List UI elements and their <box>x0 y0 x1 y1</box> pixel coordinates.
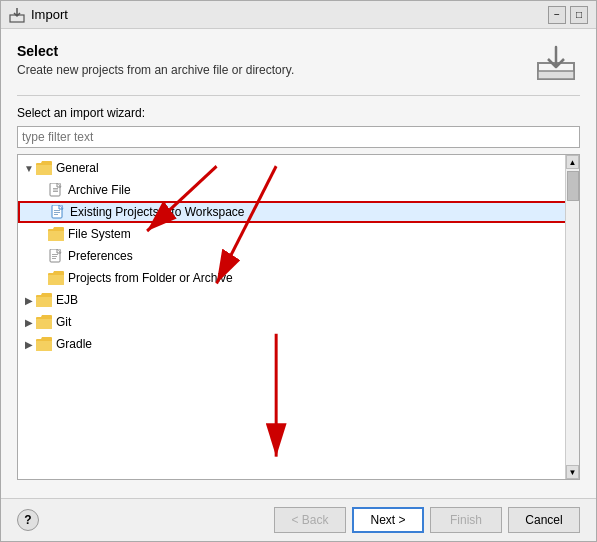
tree-item-projects-folder-label: Projects from Folder or Archive <box>68 271 233 285</box>
wizard-label: Select an import wizard: <box>17 106 580 120</box>
page-title: Select <box>17 43 294 59</box>
import-icon <box>534 45 578 81</box>
svg-rect-10 <box>50 249 60 262</box>
tree-container: ▼ General <box>17 154 580 480</box>
tree-item-preferences-label: Preferences <box>68 249 133 263</box>
finish-button[interactable]: Finish <box>430 507 502 533</box>
folder-general-icon <box>36 160 52 176</box>
header-section: Select Create new projects from an archi… <box>17 43 580 83</box>
svg-rect-12 <box>52 256 57 257</box>
expand-pref-icon <box>34 251 48 262</box>
import-dialog: Import − □ Select Create new projects fr… <box>0 0 597 542</box>
footer: ? < Back Next > Finish Cancel <box>1 499 596 541</box>
tree-item-general[interactable]: ▼ General <box>18 157 579 179</box>
expand-archive-icon <box>34 185 48 196</box>
window-icon <box>9 7 25 23</box>
tree-inner: ▼ General <box>18 155 579 479</box>
scroll-thumb[interactable] <box>567 171 579 201</box>
folder-git-icon <box>36 314 52 330</box>
svg-rect-13 <box>52 258 56 259</box>
expand-existing-icon <box>36 207 50 218</box>
svg-rect-4 <box>53 188 58 190</box>
expand-git-icon[interactable]: ▶ <box>22 317 36 328</box>
filter-input[interactable] <box>17 126 580 148</box>
cancel-button[interactable]: Cancel <box>508 507 580 533</box>
expand-filesystem-icon <box>34 229 48 240</box>
tree-item-projects-folder[interactable]: Projects from Folder or Archive <box>18 267 579 289</box>
page-description: Create new projects from an archive file… <box>17 63 294 77</box>
tree-item-gradle[interactable]: ▶ Gradle <box>18 333 579 355</box>
expand-projects-icon <box>34 273 48 284</box>
header-divider <box>17 95 580 96</box>
file-archive-icon <box>48 182 64 198</box>
title-bar-controls: − □ <box>548 6 588 24</box>
scroll-up-arrow[interactable]: ▲ <box>566 155 579 169</box>
import-icon-area <box>532 43 580 83</box>
window-title: Import <box>31 7 68 22</box>
tree-item-filesystem-label: File System <box>68 227 131 241</box>
back-button[interactable]: < Back <box>274 507 346 533</box>
help-button[interactable]: ? <box>17 509 39 531</box>
folder-ejb-icon <box>36 292 52 308</box>
tree-item-archive-label: Archive File <box>68 183 131 197</box>
tree-item-archive-file[interactable]: Archive File <box>18 179 579 201</box>
tree-item-file-system[interactable]: File System <box>18 223 579 245</box>
title-bar-left: Import <box>9 7 68 23</box>
window-content: Select Create new projects from an archi… <box>1 29 596 541</box>
file-pref-icon <box>48 248 64 264</box>
svg-rect-5 <box>53 191 58 193</box>
svg-rect-6 <box>52 205 62 218</box>
svg-rect-11 <box>52 254 58 255</box>
folder-filesystem-icon <box>48 226 64 242</box>
svg-rect-2 <box>538 71 574 79</box>
next-button[interactable]: Next > <box>352 507 424 533</box>
svg-rect-9 <box>54 214 58 215</box>
expand-general-icon[interactable]: ▼ <box>22 163 36 174</box>
expand-ejb-icon[interactable]: ▶ <box>22 295 36 306</box>
scroll-down-arrow[interactable]: ▼ <box>566 465 579 479</box>
svg-rect-8 <box>54 212 60 213</box>
tree-item-ejb[interactable]: ▶ EJB <box>18 289 579 311</box>
footer-buttons: < Back Next > Finish Cancel <box>274 507 580 533</box>
tree-scrollbar[interactable]: ▲ ▼ <box>565 155 579 479</box>
maximize-button[interactable]: □ <box>570 6 588 24</box>
tree-item-general-label: General <box>56 161 99 175</box>
tree-item-existing-label: Existing Projects into Workspace <box>70 205 245 219</box>
folder-gradle-icon <box>36 336 52 352</box>
footer-left: ? <box>17 509 39 531</box>
header-text: Select Create new projects from an archi… <box>17 43 294 77</box>
tree-item-existing-projects[interactable]: Existing Projects into Workspace <box>18 201 579 223</box>
folder-projects-icon <box>48 270 64 286</box>
title-bar: Import − □ <box>1 1 596 29</box>
tree-item-git-label: Git <box>56 315 71 329</box>
tree-item-gradle-label: Gradle <box>56 337 92 351</box>
tree-item-git[interactable]: ▶ Git <box>18 311 579 333</box>
content-area: Select Create new projects from an archi… <box>1 29 596 490</box>
svg-rect-7 <box>54 210 60 211</box>
file-existing-icon <box>50 204 66 220</box>
expand-gradle-icon[interactable]: ▶ <box>22 339 36 350</box>
tree-item-preferences[interactable]: Preferences <box>18 245 579 267</box>
minimize-button[interactable]: − <box>548 6 566 24</box>
tree-item-ejb-label: EJB <box>56 293 78 307</box>
